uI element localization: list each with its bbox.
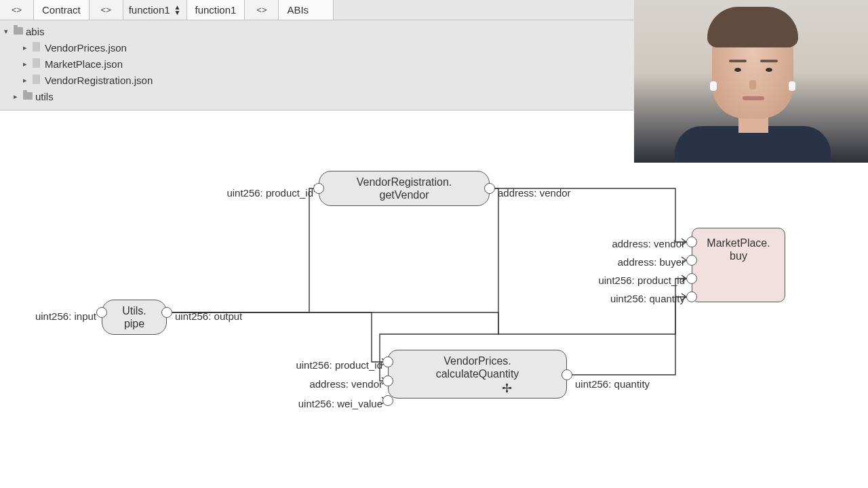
port-label: uint256: product_id [213, 187, 313, 199]
node-title: Utils. [112, 304, 157, 317]
port-in[interactable] [686, 291, 697, 302]
port-label: uint256: product_id [282, 359, 382, 371]
node-subtitle: calculateQuantity [398, 367, 557, 380]
port-label: address: vendor [282, 378, 382, 390]
node-marketplace-buy[interactable]: MarketPlace. buy [692, 228, 785, 302]
port-label: uint256: wei_value [282, 398, 382, 409]
node-subtitle: pipe [112, 317, 157, 330]
node-title: VendorPrices. [398, 354, 557, 367]
node-subtitle: getVendor [329, 188, 479, 201]
port-label: address: buyer [583, 256, 685, 268]
port-in[interactable] [686, 255, 697, 266]
port-in[interactable] [686, 237, 697, 247]
port-label: address: vendor [498, 187, 571, 199]
port-label: address: vendor [583, 238, 685, 249]
port-out[interactable] [561, 369, 572, 380]
webcam-overlay [634, 0, 868, 163]
node-calc-quantity[interactable]: VendorPrices. calculateQuantity [388, 350, 567, 399]
node-title: MarketPlace. [702, 237, 775, 249]
node-title: VendorRegistration. [329, 176, 479, 188]
port-out[interactable] [161, 307, 172, 318]
port-in[interactable] [382, 395, 393, 406]
port-out[interactable] [484, 183, 495, 194]
port-label: uint256: output [175, 310, 242, 322]
port-label: uint256: product_id [583, 274, 685, 286]
move-cursor-icon: ✢ [502, 381, 512, 396]
port-in[interactable] [686, 273, 697, 284]
port-label: uint256: quantity [575, 378, 650, 390]
port-in[interactable] [313, 183, 324, 194]
port-label: uint256: input [20, 310, 96, 322]
port-in[interactable] [382, 357, 393, 367]
node-get-vendor[interactable]: VendorRegistration. getVendor [319, 171, 490, 206]
port-label: uint256: quantity [583, 293, 685, 304]
port-in[interactable] [382, 375, 393, 386]
node-subtitle: buy [702, 249, 775, 262]
port-in[interactable] [96, 307, 107, 318]
node-utils-pipe[interactable]: Utils. pipe [102, 300, 167, 335]
